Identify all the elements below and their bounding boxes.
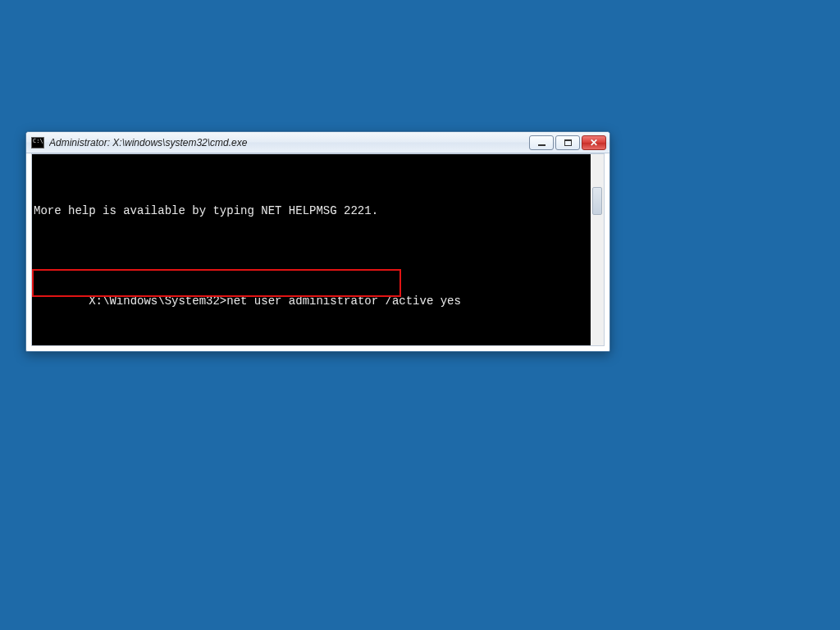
vertical-scrollbar[interactable]	[591, 154, 604, 345]
minimize-button[interactable]	[529, 135, 554, 150]
maximize-icon	[564, 139, 572, 146]
window-title: Administrator: X:\windows\system32\cmd.e…	[49, 137, 247, 148]
cmd-icon	[31, 137, 44, 148]
close-button[interactable]: ✕	[582, 135, 606, 150]
terminal-viewport[interactable]: More help is available by typing NET HEL…	[32, 154, 591, 345]
prompt-row: X:\Windows\System32>net user administrat…	[34, 274, 586, 292]
scrollbar-thumb[interactable]	[592, 187, 602, 215]
window-controls: ✕	[529, 135, 606, 150]
minimize-icon	[538, 144, 546, 146]
prompt-text: X:\Windows\System32>	[89, 294, 226, 308]
close-icon: ✕	[590, 138, 598, 148]
annotation-highlight-box	[32, 269, 401, 297]
client-area: More help is available by typing NET HEL…	[31, 153, 605, 346]
cmd-window: Administrator: X:\windows\system32\cmd.e…	[25, 131, 610, 352]
maximize-button[interactable]	[555, 135, 580, 150]
terminal-line-output: More help is available by typing NET HEL…	[34, 202, 586, 220]
titlebar[interactable]: Administrator: X:\windows\system32\cmd.e…	[26, 132, 609, 153]
command-input-text[interactable]: net user administrator /active yes	[226, 294, 461, 308]
